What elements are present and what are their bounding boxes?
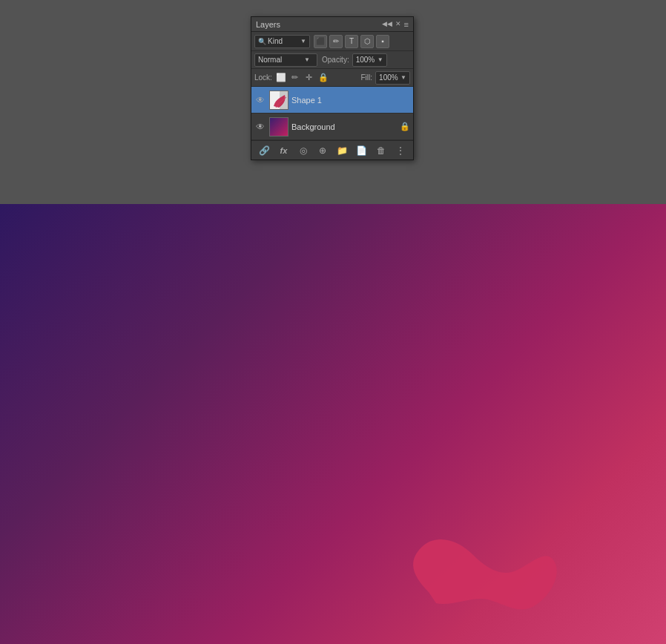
search-icon: 🔍 <box>258 38 266 45</box>
opacity-container[interactable]: 100% ▼ <box>352 53 387 67</box>
filter-pixel-button[interactable]: ⬛ <box>314 35 327 48</box>
lock-all-button[interactable]: 🔒 <box>317 73 329 82</box>
layer-name: Shape 1 <box>291 96 410 105</box>
layer-lock-icon: 🔒 <box>400 122 410 131</box>
filter-search-container[interactable]: 🔍 Kind ▼ <box>254 35 310 48</box>
delete-layer-button[interactable]: 🗑 <box>374 145 389 156</box>
panel-menu-button[interactable]: ≡ <box>404 20 409 29</box>
layer-thumb-bg-preview <box>270 118 288 136</box>
fill-value: 100% <box>379 73 400 82</box>
blend-mode-arrow: ▼ <box>304 56 310 63</box>
layers-panel: Layers ◀◀ ✕ ≡ 🔍 Kind ▼ ⬛ ✏ T ⬡ ▪ Normal … <box>251 16 414 160</box>
fill-container[interactable]: 100% ▼ <box>375 71 410 85</box>
link-layers-button[interactable]: 🔗 <box>257 145 271 156</box>
filter-text-button[interactable]: T <box>345 35 358 48</box>
new-layer-button[interactable]: 📄 <box>354 145 369 156</box>
canvas-shape <box>399 518 570 629</box>
panel-options-button[interactable]: ⋮ <box>393 145 408 156</box>
group-layers-button[interactable]: 📁 <box>334 145 349 156</box>
layer-item[interactable]: 👁 Background 🔒 <box>251 114 413 140</box>
blend-mode-container[interactable]: Normal ▼ <box>254 53 317 67</box>
add-mask-button[interactable]: ◎ <box>296 145 311 156</box>
fx-button[interactable]: fx <box>276 146 291 155</box>
panel-bottom-toolbar: 🔗 fx ◎ ⊕ 📁 📄 🗑 ⋮ <box>251 140 413 160</box>
lock-fill-row: Lock: ⬜ ✏ ✛ 🔒 Fill: 100% ▼ <box>251 69 413 87</box>
layer-item[interactable]: 👁 Shape 1 <box>251 87 413 114</box>
blend-mode-value: Normal <box>258 56 303 64</box>
panel-title-controls: ◀◀ ✕ ≡ <box>382 20 409 29</box>
fill-label: Fill: <box>361 73 373 82</box>
lock-label: Lock: <box>254 73 272 82</box>
opacity-label: Opacity: <box>322 56 349 64</box>
panel-titlebar: Layers ◀◀ ✕ ≡ <box>251 17 413 32</box>
lock-icons-group: ⬜ ✏ ✛ 🔒 <box>275 73 329 82</box>
lock-draw-button[interactable]: ✏ <box>289 73 301 82</box>
panel-collapse-button[interactable]: ◀◀ <box>382 21 392 27</box>
fill-arrow: ▼ <box>400 74 406 81</box>
layer-thumbnail <box>269 117 289 137</box>
layer-name: Background <box>291 122 397 131</box>
filter-shape-button[interactable]: ⬡ <box>360 35 374 48</box>
layer-thumbnail <box>269 91 289 110</box>
lock-pixels-button[interactable]: ⬜ <box>275 73 287 82</box>
blend-mode-row: Normal ▼ Opacity: 100% ▼ <box>251 51 413 69</box>
filter-row: 🔍 Kind ▼ ⬛ ✏ T ⬡ ▪ <box>251 32 413 51</box>
adjustment-button[interactable]: ⊕ <box>315 145 330 156</box>
panel-close-button[interactable]: ✕ <box>395 21 401 27</box>
layer-visibility-icon[interactable]: 👁 <box>254 122 266 132</box>
filter-smartobj-button[interactable]: ▪ <box>376 35 389 48</box>
lock-move-button[interactable]: ✛ <box>303 73 315 82</box>
filter-type-icons: ⬛ ✏ T ⬡ ▪ <box>314 35 389 48</box>
layer-thumb-shape1-preview <box>270 91 288 109</box>
opacity-value: 100% <box>356 56 377 64</box>
layer-visibility-icon[interactable]: 👁 <box>254 95 266 105</box>
opacity-arrow: ▼ <box>377 56 383 63</box>
filter-dropdown-arrow: ▼ <box>300 38 306 45</box>
panel-title: Layers <box>256 20 280 29</box>
layers-list: 👁 Shape 1 👁 Background 🔒 <box>251 87 413 140</box>
filter-kind-value: Kind <box>268 37 299 45</box>
filter-adjustment-button[interactable]: ✏ <box>329 35 343 48</box>
panel-title-area: Layers <box>256 20 280 29</box>
